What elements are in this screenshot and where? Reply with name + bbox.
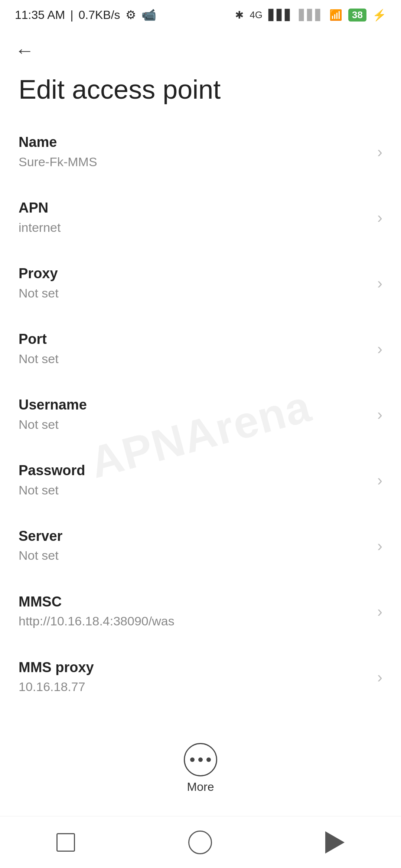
field-password[interactable]: Password Not set ›	[0, 447, 401, 513]
dot-2	[198, 757, 203, 762]
nav-recent-apps-button[interactable]	[56, 833, 75, 852]
field-password-value: Not set	[19, 481, 85, 499]
field-username-label: Username	[19, 396, 87, 414]
dot-3	[206, 757, 211, 762]
status-bar: 11:35 AM | 0.7KB/s ⚙ 📹 ✱ 4G ▋▋▋ ▋▋▋ 📶 38…	[0, 0, 401, 30]
field-username[interactable]: Username Not set ›	[0, 382, 401, 447]
chevron-right-icon: ›	[377, 143, 382, 161]
field-port[interactable]: Port Not set ›	[0, 316, 401, 382]
signal-icon: ▋▋▋	[268, 9, 293, 21]
back-icon	[325, 831, 345, 854]
field-port-label: Port	[19, 330, 59, 348]
chevron-right-icon: ›	[377, 209, 382, 227]
chevron-right-icon: ›	[377, 340, 382, 358]
field-password-label: Password	[19, 461, 85, 480]
field-proxy[interactable]: Proxy Not set ›	[0, 250, 401, 316]
field-name[interactable]: Name Sure-Fk-MMS ›	[0, 119, 401, 185]
recent-apps-icon	[56, 833, 75, 852]
bottom-navigation	[0, 816, 401, 868]
chevron-right-icon: ›	[377, 274, 382, 292]
dot-1	[190, 757, 195, 762]
field-mmsc-value: http://10.16.18.4:38090/was	[19, 612, 175, 630]
page-title: Edit access point	[0, 64, 401, 119]
field-username-value: Not set	[19, 416, 87, 434]
field-name-value: Sure-Fk-MMS	[19, 153, 97, 171]
nav-home-button[interactable]	[188, 831, 212, 854]
field-mmsc[interactable]: MMSC http://10.16.18.4:38090/was ›	[0, 579, 401, 644]
field-apn-label: APN	[19, 199, 61, 217]
network-speed: 0.7KB/s	[79, 8, 120, 22]
wifi-icon: 📶	[329, 9, 342, 21]
chevron-right-icon: ›	[377, 668, 382, 686]
bluetooth-icon: ✱	[235, 9, 244, 21]
chevron-right-icon: ›	[377, 471, 382, 489]
home-icon	[188, 831, 212, 854]
more-button[interactable]: More	[184, 743, 217, 794]
field-mms-proxy-value: 10.16.18.77	[19, 678, 94, 696]
settings-icon: ⚙	[125, 8, 136, 22]
back-bar: ←	[0, 30, 401, 64]
chevron-right-icon: ›	[377, 537, 382, 555]
field-apn[interactable]: APN internet ›	[0, 185, 401, 250]
chevron-right-icon: ›	[377, 603, 382, 621]
chevron-right-icon: ›	[377, 406, 382, 424]
battery-indicator: 38	[348, 9, 366, 22]
network-4g-icon: 4G	[250, 9, 263, 21]
more-label: More	[187, 780, 214, 794]
field-port-value: Not set	[19, 350, 59, 368]
field-proxy-label: Proxy	[19, 264, 59, 283]
field-server-label: Server	[19, 527, 62, 545]
field-mms-proxy-label: MMS proxy	[19, 658, 94, 677]
signal2-icon: ▋▋▋	[299, 9, 323, 21]
field-mms-proxy[interactable]: MMS proxy 10.16.18.77 ›	[0, 644, 401, 710]
video-icon: 📹	[141, 8, 156, 22]
field-apn-value: internet	[19, 219, 61, 237]
field-server-value: Not set	[19, 547, 62, 565]
field-mmsc-label: MMSC	[19, 593, 175, 611]
settings-list: Name Sure-Fk-MMS › APN internet › Proxy …	[0, 119, 401, 710]
back-button[interactable]: ←	[15, 41, 34, 60]
status-left: 11:35 AM | 0.7KB/s ⚙ 📹	[15, 8, 156, 22]
charging-icon: ⚡	[372, 9, 386, 22]
status-right: ✱ 4G ▋▋▋ ▋▋▋ 📶 38 ⚡	[235, 9, 386, 22]
field-proxy-value: Not set	[19, 285, 59, 302]
speed-indicator: |	[70, 8, 73, 22]
field-name-label: Name	[19, 133, 97, 151]
nav-back-button[interactable]	[325, 831, 345, 854]
time: 11:35 AM	[15, 8, 65, 22]
field-server[interactable]: Server Not set ›	[0, 513, 401, 579]
